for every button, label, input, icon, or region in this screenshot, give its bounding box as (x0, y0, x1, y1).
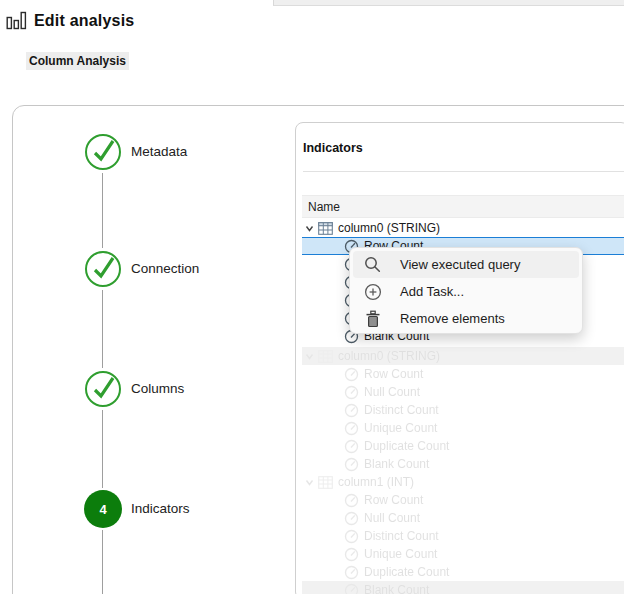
step-connector-4 (102, 530, 103, 594)
step-number: 4 (99, 502, 106, 517)
menu-item-label: Remove elements (400, 311, 505, 326)
trash-icon (363, 310, 383, 328)
menu-item-remove-elements[interactable]: Remove elements (353, 305, 579, 332)
step-connector-2 (102, 290, 103, 368)
ghost-row: column0 (STRING) (302, 347, 624, 365)
ghost-row: Distinct Count (302, 401, 624, 419)
page-header: Edit analysis (6, 11, 134, 30)
check-circle-icon (84, 370, 122, 408)
ghost-row: Blank Count (302, 581, 624, 594)
step-label-columns[interactable]: Columns (131, 381, 184, 396)
ghost-row: Unique Count (302, 419, 624, 437)
tree-header-label: Name (308, 200, 340, 214)
analysis-bars-icon (6, 11, 27, 30)
ghost-row: Null Count (302, 383, 624, 401)
ghost-row: Unique Count (302, 545, 624, 563)
step-label-metadata[interactable]: Metadata (131, 144, 187, 159)
table-column-icon (318, 222, 333, 235)
check-circle-icon (84, 133, 122, 171)
tree-ghost-repaint: column0 (STRING) Row Count Null Count Di… (302, 347, 624, 594)
menu-item-label: View executed query (400, 257, 520, 272)
step-columns-check[interactable] (84, 370, 122, 408)
menu-item-add-task[interactable]: Add Task... (353, 278, 579, 305)
tree-row-label: column0 (STRING) (338, 221, 440, 235)
indicators-card-title: Indicators (303, 141, 363, 155)
page-title: Edit analysis (34, 12, 134, 30)
step-metadata-check[interactable] (84, 133, 122, 171)
chevron-down-icon[interactable] (304, 223, 316, 234)
tab-column-analysis[interactable]: Column Analysis (26, 52, 129, 70)
ghost-row: Duplicate Count (302, 563, 624, 581)
add-circle-icon (363, 283, 383, 301)
ghost-row: column1 (INT) (302, 473, 624, 491)
window-top-strip (273, 0, 624, 6)
menu-item-view-executed-query[interactable]: View executed query (353, 251, 579, 278)
ghost-row: Duplicate Count (302, 437, 624, 455)
ghost-row: Null Count (302, 509, 624, 527)
step-connection-check[interactable] (84, 250, 122, 288)
menu-item-label: Add Task... (400, 284, 464, 299)
step-label-indicators[interactable]: Indicators (131, 501, 190, 516)
ghost-row: Row Count (302, 491, 624, 509)
step-indicators-number[interactable]: 4 (84, 490, 122, 528)
ghost-row: Blank Count (302, 455, 624, 473)
step-label-connection[interactable]: Connection (131, 261, 199, 276)
context-menu: View executed query Add Task... (349, 247, 583, 334)
ghost-row: Row Count (302, 365, 624, 383)
step-connector-1 (102, 173, 103, 248)
card-divider (303, 171, 624, 172)
search-icon (363, 256, 383, 274)
tree-row-column0[interactable]: column0 (STRING) (302, 219, 624, 237)
indicators-card: Indicators Name column0 (STRING) (295, 122, 624, 594)
step-connector-3 (102, 410, 103, 488)
ghost-row: Distinct Count (302, 527, 624, 545)
tree-column-header[interactable]: Name (302, 195, 624, 218)
edit-analysis-window: Edit analysis Column Analysis Metadata C… (0, 0, 624, 594)
check-circle-icon (84, 250, 122, 288)
